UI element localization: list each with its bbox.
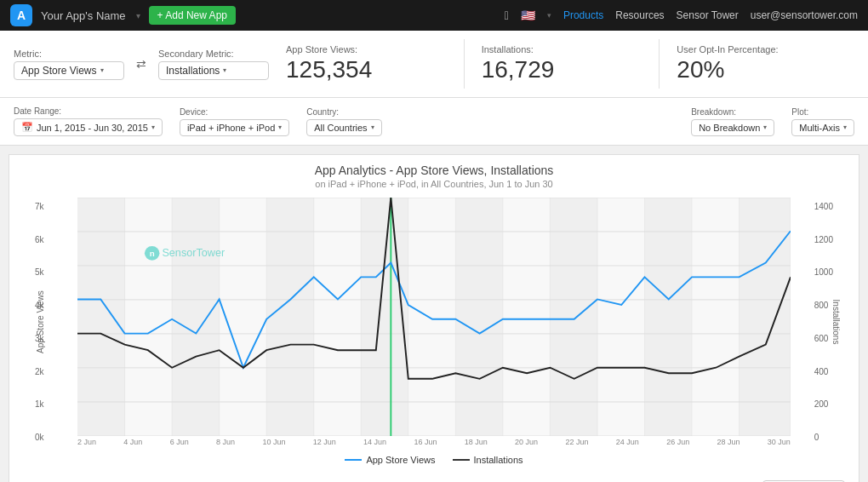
stat-views-value: 125,354 — [286, 56, 447, 83]
legend-views-label: App Store Views — [366, 455, 435, 465]
legend-views: App Store Views — [345, 455, 435, 465]
secondary-metric-caret: ▾ — [223, 66, 226, 74]
device-label: Device: — [180, 107, 289, 117]
y-axis-right-title: Installations — [831, 300, 841, 345]
stat-optin-label: User Opt-In Percentage: — [677, 44, 837, 55]
legend-black-line — [453, 459, 470, 461]
nav-resources-link[interactable]: Resources — [615, 9, 664, 21]
svg-text:SensorTower: SensorTower — [162, 247, 225, 259]
plot-select[interactable]: Multi-Axis ▾ — [791, 119, 854, 136]
stat-installs-label: Installations: — [482, 44, 642, 55]
svg-rect-3 — [266, 198, 314, 436]
nav-left: A Your App's Name ▾ + Add New App — [10, 4, 236, 26]
chart-subtitle: on iPad + iPhone + iPod, in All Countrie… — [18, 179, 850, 189]
legend-installs: Installations — [453, 455, 523, 465]
device-group: Device: iPad + iPhone + iPod ▾ — [180, 107, 289, 136]
nav-products-link[interactable]: Products — [563, 9, 603, 21]
y-axis-right: 1400 1200 1000 800 600 400 200 0 — [814, 198, 833, 446]
date-range-select[interactable]: 📅 Jun 1, 2015 - Jun 30, 2015 ▾ — [14, 118, 163, 136]
chart-title: App Analytics - App Store Views, Install… — [18, 164, 850, 177]
svg-rect-2 — [172, 198, 220, 436]
metric-group: Metric: App Store Views ▾ — [14, 49, 124, 80]
stat-box-views: App Store Views: 125,354 — [269, 39, 464, 89]
nav-sensortower-link[interactable]: Sensor Tower — [677, 9, 739, 21]
svg-rect-5 — [455, 198, 503, 436]
plot-group: Plot: Multi-Axis ▾ — [791, 107, 854, 136]
stat-boxes: App Store Views: 125,354 Installations: … — [269, 39, 854, 89]
nav-user-email[interactable]: user@sensortower.com — [751, 9, 858, 21]
breakdown-select[interactable]: No Breakdown ▾ — [691, 119, 774, 136]
secondary-metric-group: Secondary Metric: Installations ▾ — [158, 49, 269, 80]
add-new-app-button[interactable]: + Add New App — [149, 6, 236, 25]
country-label: Country: — [306, 107, 381, 117]
stat-box-optin: User Opt-In Percentage: 20% — [659, 39, 854, 89]
stat-views-label: App Store Views: — [286, 44, 447, 55]
stat-installs-value: 16,729 — [482, 56, 642, 83]
plot-label: Plot: — [791, 107, 854, 117]
date-range-group: Date Range: 📅 Jun 1, 2015 - Jun 30, 2015… — [14, 106, 163, 136]
secondary-metric-select[interactable]: Installations ▾ — [158, 61, 269, 80]
metric-caret: ▾ — [100, 66, 104, 74]
svg-rect-4 — [361, 198, 408, 436]
breakdown-caret: ▾ — [763, 123, 767, 131]
svg-rect-7 — [645, 198, 693, 436]
device-caret: ▾ — [278, 123, 282, 131]
stat-optin-value: 20% — [677, 56, 837, 83]
app-name-label: Your App's Name — [41, 9, 126, 22]
x-axis: 2 Jun 4 Jun 6 Jun 8 Jun 10 Jun 12 Jun 14… — [77, 438, 791, 446]
swap-icon[interactable]: ⇄ — [136, 57, 146, 71]
chart-legend: App Store Views Installations — [18, 455, 850, 465]
app-name-caret: ▾ — [136, 11, 140, 20]
nav-right:  🇺🇸 ▾ Products Resources Sensor Tower u… — [505, 9, 858, 22]
top-navigation: A Your App's Name ▾ + Add New App  🇺🇸 ▾… — [0, 0, 868, 31]
secondary-metric-label: Secondary Metric: — [158, 49, 266, 59]
filter-right: Breakdown: No Breakdown ▾ Plot: Multi-Ax… — [691, 107, 854, 136]
country-caret: ▾ — [371, 123, 374, 131]
legend-blue-line — [345, 459, 362, 461]
nav-caret-flag: ▾ — [547, 11, 551, 20]
device-select[interactable]: iPad + iPhone + iPod ▾ — [180, 119, 289, 136]
svg-rect-8 — [740, 198, 791, 436]
metrics-bar: Metric: App Store Views ▾ ⇄ Secondary Me… — [0, 31, 868, 98]
plot-caret: ▾ — [843, 123, 847, 131]
apple-icon:  — [505, 9, 509, 22]
date-range-caret: ▾ — [151, 123, 155, 131]
filter-bar: Date Range: 📅 Jun 1, 2015 - Jun 30, 2015… — [0, 98, 868, 146]
breakdown-group: Breakdown: No Breakdown ▾ — [691, 107, 774, 136]
metric-select[interactable]: App Store Views ▾ — [14, 61, 124, 80]
stat-box-installs: Installations: 16,729 — [464, 39, 660, 89]
svg-rect-6 — [550, 198, 597, 436]
y-axis-left-title: App Store Views — [36, 290, 45, 353]
date-range-label: Date Range: — [14, 106, 163, 116]
metric-label: Metric: — [14, 49, 121, 59]
chart-area: 7k 6k 5k 4k 3k 2k 1k 0k 1400 1200 1000 8… — [77, 198, 791, 446]
app-icon: A — [10, 4, 32, 26]
country-select[interactable]: All Countries ▾ — [306, 119, 381, 136]
legend-installs-label: Installations — [474, 455, 523, 465]
breakdown-label: Breakdown: — [691, 107, 774, 117]
svg-rect-1 — [77, 198, 125, 436]
country-group: Country: All Countries ▾ — [306, 107, 381, 136]
svg-text:n: n — [150, 249, 155, 258]
chart-container: App Analytics - App Store Views, Install… — [9, 154, 859, 482]
flag-icon: 🇺🇸 — [521, 9, 535, 22]
metric-section: Metric: App Store Views ▾ ⇄ Secondary Me… — [14, 49, 269, 80]
chart-svg: n SensorTower — [77, 198, 791, 436]
calendar-icon: 📅 — [21, 122, 33, 133]
